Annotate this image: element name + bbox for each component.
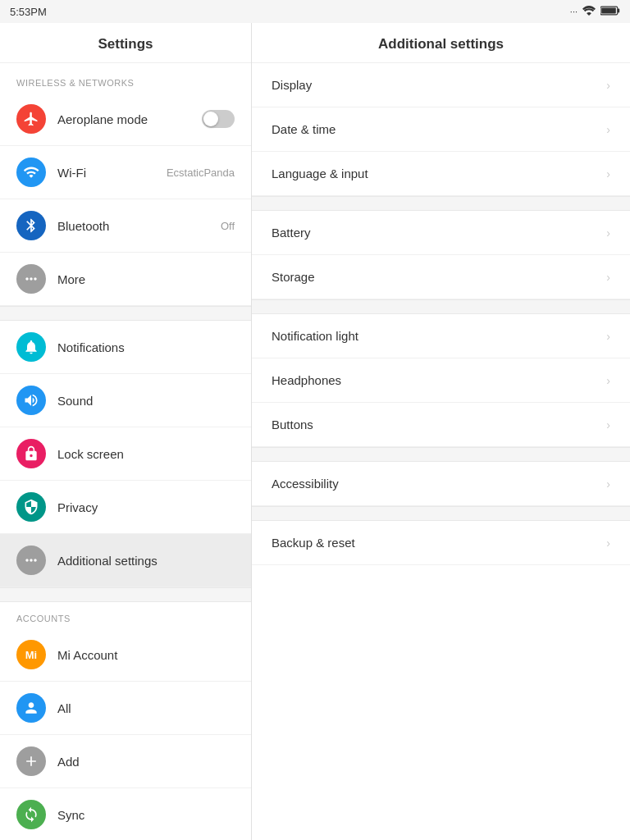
notifications-label: Notifications: [57, 340, 235, 354]
right-item-backupreset[interactable]: Backup & reset ›: [252, 521, 630, 565]
miaccount-label: Mi Account: [57, 648, 235, 662]
menu-item-bluetooth[interactable]: Bluetooth Off: [0, 199, 251, 253]
dots-icon: [23, 552, 39, 568]
privacy-label: Privacy: [57, 500, 235, 514]
chevron-language: ›: [606, 167, 610, 180]
wifi-icon-circle: [16, 158, 46, 187]
chevron-datetime: ›: [606, 123, 610, 136]
right-gap-2: [252, 299, 630, 314]
main-content: Settings WIRELESS & NETWORKS Aeroplane m…: [0, 23, 630, 840]
lockscreen-icon-circle: [16, 439, 46, 468]
right-panel: Additional settings Display › Date & tim…: [252, 23, 630, 840]
menu-item-lockscreen[interactable]: Lock screen: [0, 427, 251, 481]
chevron-backupreset: ›: [606, 536, 610, 550]
chevron-battery: ›: [606, 226, 610, 240]
bluetooth-icon-circle: [16, 211, 46, 240]
bluetooth-icon: [23, 217, 39, 234]
add-icon-circle: [16, 746, 46, 776]
svg-rect-1: [618, 9, 619, 13]
menu-item-add[interactable]: Add: [0, 735, 251, 788]
menu-item-all[interactable]: All: [0, 682, 251, 735]
sync-icon: [23, 806, 39, 823]
chevron-notificationlight: ›: [606, 330, 610, 343]
backupreset-label: Backup & reset: [272, 536, 355, 550]
right-item-battery[interactable]: Battery ›: [252, 211, 630, 255]
left-panel-title: Settings: [0, 23, 251, 63]
section-gap-2: [0, 587, 251, 602]
menu-item-miaccount[interactable]: Mi Mi Account: [0, 628, 251, 682]
right-gap-3: [252, 447, 630, 462]
chevron-display: ›: [606, 79, 610, 92]
chevron-storage: ›: [606, 271, 610, 284]
status-icons: ···: [570, 6, 620, 17]
right-item-accessibility[interactable]: Accessibility ›: [252, 462, 630, 506]
notificationlight-label: Notification light: [272, 329, 358, 343]
person-icon: [23, 700, 39, 716]
chevron-headphones: ›: [606, 374, 610, 387]
headphones-label: Headphones: [272, 373, 341, 387]
accessibility-label: Accessibility: [272, 477, 339, 491]
miaccount-icon-circle: Mi: [16, 640, 46, 669]
language-label: Language & input: [272, 167, 368, 180]
signal-icon: ···: [570, 7, 578, 16]
additional-label: Additional settings: [57, 554, 235, 568]
right-item-headphones[interactable]: Headphones ›: [252, 358, 630, 403]
bell-icon: [23, 339, 39, 355]
sync-label: Sync: [57, 808, 235, 822]
menu-item-sound[interactable]: Sound: [0, 374, 251, 427]
menu-item-aeroplane[interactable]: Aeroplane mode: [0, 93, 251, 146]
section-accounts-header: ACCOUNTS: [0, 602, 251, 628]
right-gap-4: [252, 506, 630, 521]
notifications-icon-circle: [16, 332, 46, 362]
right-gap-1: [252, 196, 630, 211]
left-panel: Settings WIRELESS & NETWORKS Aeroplane m…: [0, 23, 252, 840]
more-icon: [23, 271, 39, 287]
sound-icon: [23, 392, 39, 409]
sound-label: Sound: [57, 394, 235, 408]
right-item-language[interactable]: Language & input ›: [252, 152, 630, 196]
menu-item-wifi[interactable]: Wi-Fi EcstaticPanda: [0, 146, 251, 199]
right-item-display[interactable]: Display ›: [252, 63, 630, 107]
menu-item-sync[interactable]: Sync: [0, 788, 251, 840]
right-item-notificationlight[interactable]: Notification light ›: [252, 314, 630, 358]
more-label: More: [57, 272, 235, 286]
menu-item-more[interactable]: More: [0, 253, 251, 306]
status-bar: 5:53PM ···: [0, 0, 630, 23]
wifi-status-icon: [582, 6, 596, 17]
mi-text: Mi: [25, 649, 37, 661]
chevron-accessibility: ›: [606, 477, 610, 491]
bluetooth-label: Bluetooth: [57, 219, 221, 233]
additional-icon-circle: [16, 546, 46, 575]
privacy-icon-circle: [16, 492, 46, 522]
section-wireless-header: WIRELESS & NETWORKS: [0, 66, 251, 93]
plus-icon: [23, 753, 39, 769]
sync-icon-circle: [16, 800, 46, 829]
right-panel-title: Additional settings: [252, 23, 630, 63]
svg-rect-2: [601, 7, 616, 13]
menu-item-notifications[interactable]: Notifications: [0, 321, 251, 374]
more-icon-circle: [16, 264, 46, 294]
plane-icon: [23, 111, 39, 127]
chevron-buttons: ›: [606, 418, 610, 431]
right-item-datetime[interactable]: Date & time ›: [252, 107, 630, 152]
all-label: All: [57, 701, 235, 715]
datetime-label: Date & time: [272, 122, 336, 136]
shield-icon: [23, 499, 39, 515]
section-gap-1: [0, 306, 251, 321]
buttons-label: Buttons: [272, 418, 313, 431]
right-item-buttons[interactable]: Buttons ›: [252, 403, 630, 447]
display-label: Display: [272, 78, 312, 92]
menu-item-privacy[interactable]: Privacy: [0, 481, 251, 534]
wifi-value: EcstaticPanda: [167, 167, 235, 179]
add-label: Add: [57, 755, 235, 769]
wifi-label: Wi-Fi: [57, 166, 167, 180]
storage-label: Storage: [272, 270, 315, 284]
right-item-storage[interactable]: Storage ›: [252, 255, 630, 299]
aeroplane-toggle[interactable]: [202, 110, 235, 128]
wifi-icon: [23, 164, 39, 180]
aeroplane-label: Aeroplane mode: [57, 112, 202, 126]
battery-status-icon: [600, 6, 620, 17]
battery-label: Battery: [272, 226, 311, 240]
status-time: 5:53PM: [10, 6, 47, 18]
menu-item-additional[interactable]: Additional settings: [0, 534, 251, 587]
